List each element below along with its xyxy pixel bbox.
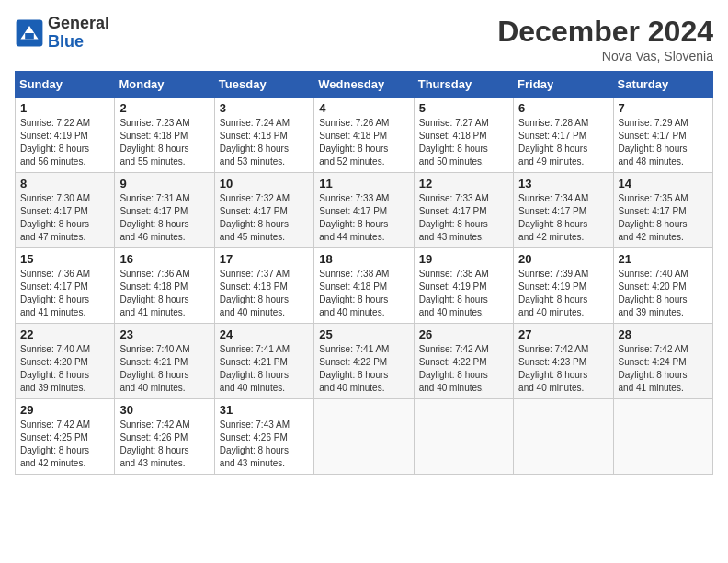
calendar-week-row: 15Sunrise: 7:36 AMSunset: 4:17 PMDayligh… (16, 248, 713, 324)
day-info: Sunrise: 7:42 AMSunset: 4:25 PMDaylight:… (20, 419, 109, 470)
day-number: 12 (419, 177, 508, 190)
logo: General Blue (15, 15, 109, 52)
day-info: Sunrise: 7:42 AMSunset: 4:24 PMDaylight:… (619, 343, 708, 395)
calendar-cell (613, 399, 712, 475)
calendar-cell: 21Sunrise: 7:40 AMSunset: 4:20 PMDayligh… (613, 248, 712, 324)
day-number: 30 (119, 403, 209, 417)
calendar-cell: 29Sunrise: 7:42 AMSunset: 4:25 PMDayligh… (16, 399, 115, 475)
calendar-cell: 5Sunrise: 7:27 AMSunset: 4:18 PMDaylight… (414, 98, 513, 173)
calendar-cell: 31Sunrise: 7:43 AMSunset: 4:26 PMDayligh… (214, 399, 313, 475)
day-info: Sunrise: 7:42 AMSunset: 4:22 PMDaylight:… (419, 343, 508, 395)
calendar-cell: 11Sunrise: 7:33 AMSunset: 4:17 PMDayligh… (314, 173, 414, 248)
day-number: 5 (419, 101, 508, 115)
calendar-week-row: 1Sunrise: 7:22 AMSunset: 4:19 PMDaylight… (16, 98, 713, 173)
title-area: December 2024 Nova Vas, Slovenia (497, 15, 713, 63)
weekday-header-saturday: Saturday (613, 72, 712, 98)
calendar-cell: 8Sunrise: 7:30 AMSunset: 4:17 PMDaylight… (16, 173, 115, 248)
weekday-header-friday: Friday (514, 72, 613, 98)
calendar-cell: 22Sunrise: 7:40 AMSunset: 4:20 PMDayligh… (16, 324, 115, 399)
month-title: December 2024 (497, 15, 713, 49)
day-info: Sunrise: 7:31 AMSunset: 4:17 PMDaylight:… (119, 192, 209, 244)
day-info: Sunrise: 7:34 AMSunset: 4:17 PMDaylight:… (518, 192, 608, 244)
day-info: Sunrise: 7:39 AMSunset: 4:19 PMDaylight:… (518, 268, 608, 319)
day-number: 17 (220, 252, 309, 266)
day-number: 28 (619, 327, 708, 341)
calendar-cell: 6Sunrise: 7:28 AMSunset: 4:17 PMDaylight… (514, 98, 613, 173)
calendar-cell: 17Sunrise: 7:37 AMSunset: 4:18 PMDayligh… (214, 248, 313, 324)
day-number: 4 (319, 101, 408, 115)
day-number: 23 (119, 327, 209, 341)
day-info: Sunrise: 7:42 AMSunset: 4:23 PMDaylight:… (518, 343, 608, 395)
day-number: 22 (20, 327, 109, 341)
day-number: 27 (518, 327, 608, 341)
calendar-cell: 7Sunrise: 7:29 AMSunset: 4:17 PMDaylight… (613, 98, 712, 173)
calendar-cell: 19Sunrise: 7:38 AMSunset: 4:19 PMDayligh… (414, 248, 513, 324)
day-info: Sunrise: 7:38 AMSunset: 4:19 PMDaylight:… (419, 268, 508, 319)
day-info: Sunrise: 7:40 AMSunset: 4:20 PMDaylight:… (619, 268, 708, 319)
day-number: 9 (119, 177, 209, 190)
day-number: 21 (619, 252, 708, 266)
svg-rect-2 (25, 33, 34, 39)
day-number: 29 (20, 403, 109, 417)
day-number: 11 (319, 177, 408, 190)
day-info: Sunrise: 7:43 AMSunset: 4:26 PMDaylight:… (220, 419, 309, 470)
day-info: Sunrise: 7:27 AMSunset: 4:18 PMDaylight:… (419, 117, 508, 168)
day-number: 15 (20, 252, 109, 266)
day-info: Sunrise: 7:29 AMSunset: 4:17 PMDaylight:… (619, 117, 708, 168)
calendar-week-row: 29Sunrise: 7:42 AMSunset: 4:25 PMDayligh… (16, 399, 713, 475)
day-number: 20 (518, 252, 608, 266)
day-info: Sunrise: 7:35 AMSunset: 4:17 PMDaylight:… (619, 192, 708, 244)
day-number: 8 (20, 177, 109, 190)
day-info: Sunrise: 7:42 AMSunset: 4:26 PMDaylight:… (119, 419, 209, 470)
day-info: Sunrise: 7:36 AMSunset: 4:17 PMDaylight:… (20, 268, 109, 319)
calendar-cell: 26Sunrise: 7:42 AMSunset: 4:22 PMDayligh… (414, 324, 513, 399)
calendar-cell: 1Sunrise: 7:22 AMSunset: 4:19 PMDaylight… (16, 98, 115, 173)
calendar-cell (414, 399, 513, 475)
day-info: Sunrise: 7:41 AMSunset: 4:22 PMDaylight:… (319, 343, 408, 395)
header: General Blue December 2024 Nova Vas, Slo… (15, 15, 713, 63)
day-info: Sunrise: 7:32 AMSunset: 4:17 PMDaylight:… (220, 192, 309, 244)
calendar-cell (314, 399, 414, 475)
calendar-table: SundayMondayTuesdayWednesdayThursdayFrid… (15, 71, 713, 475)
day-info: Sunrise: 7:30 AMSunset: 4:17 PMDaylight:… (20, 192, 109, 244)
calendar-cell: 23Sunrise: 7:40 AMSunset: 4:21 PMDayligh… (115, 324, 214, 399)
day-info: Sunrise: 7:40 AMSunset: 4:20 PMDaylight:… (20, 343, 109, 395)
calendar-cell: 18Sunrise: 7:38 AMSunset: 4:18 PMDayligh… (314, 248, 414, 324)
day-number: 18 (319, 252, 408, 266)
day-number: 13 (518, 177, 608, 190)
calendar-body: 1Sunrise: 7:22 AMSunset: 4:19 PMDaylight… (16, 98, 713, 475)
calendar-cell: 12Sunrise: 7:33 AMSunset: 4:17 PMDayligh… (414, 173, 513, 248)
logo-text: General Blue (48, 15, 109, 52)
day-info: Sunrise: 7:41 AMSunset: 4:21 PMDaylight:… (220, 343, 309, 395)
calendar-week-row: 8Sunrise: 7:30 AMSunset: 4:17 PMDaylight… (16, 173, 713, 248)
calendar-cell: 27Sunrise: 7:42 AMSunset: 4:23 PMDayligh… (514, 324, 613, 399)
calendar-cell: 25Sunrise: 7:41 AMSunset: 4:22 PMDayligh… (314, 324, 414, 399)
calendar-cell: 28Sunrise: 7:42 AMSunset: 4:24 PMDayligh… (613, 324, 712, 399)
calendar-cell: 3Sunrise: 7:24 AMSunset: 4:18 PMDaylight… (214, 98, 313, 173)
weekday-header-sunday: Sunday (16, 72, 115, 98)
day-info: Sunrise: 7:24 AMSunset: 4:18 PMDaylight:… (220, 117, 309, 168)
day-number: 2 (119, 101, 209, 115)
weekday-header-thursday: Thursday (414, 72, 513, 98)
day-info: Sunrise: 7:23 AMSunset: 4:18 PMDaylight:… (119, 117, 209, 168)
calendar-cell: 13Sunrise: 7:34 AMSunset: 4:17 PMDayligh… (514, 173, 613, 248)
calendar-cell: 4Sunrise: 7:26 AMSunset: 4:18 PMDaylight… (314, 98, 414, 173)
day-number: 26 (419, 327, 508, 341)
day-info: Sunrise: 7:37 AMSunset: 4:18 PMDaylight:… (220, 268, 309, 319)
logo-icon (15, 18, 44, 48)
day-number: 25 (319, 327, 408, 341)
location: Nova Vas, Slovenia (497, 49, 713, 63)
weekday-header-row: SundayMondayTuesdayWednesdayThursdayFrid… (16, 72, 713, 98)
day-number: 6 (518, 101, 608, 115)
day-info: Sunrise: 7:33 AMSunset: 4:17 PMDaylight:… (419, 192, 508, 244)
calendar-week-row: 22Sunrise: 7:40 AMSunset: 4:20 PMDayligh… (16, 324, 713, 399)
day-info: Sunrise: 7:38 AMSunset: 4:18 PMDaylight:… (319, 268, 408, 319)
calendar-cell (514, 399, 613, 475)
day-number: 10 (220, 177, 309, 190)
weekday-header-wednesday: Wednesday (314, 72, 414, 98)
calendar-cell: 15Sunrise: 7:36 AMSunset: 4:17 PMDayligh… (16, 248, 115, 324)
calendar-cell: 14Sunrise: 7:35 AMSunset: 4:17 PMDayligh… (613, 173, 712, 248)
day-number: 7 (619, 101, 708, 115)
calendar-cell: 9Sunrise: 7:31 AMSunset: 4:17 PMDaylight… (115, 173, 214, 248)
calendar-cell: 30Sunrise: 7:42 AMSunset: 4:26 PMDayligh… (115, 399, 214, 475)
